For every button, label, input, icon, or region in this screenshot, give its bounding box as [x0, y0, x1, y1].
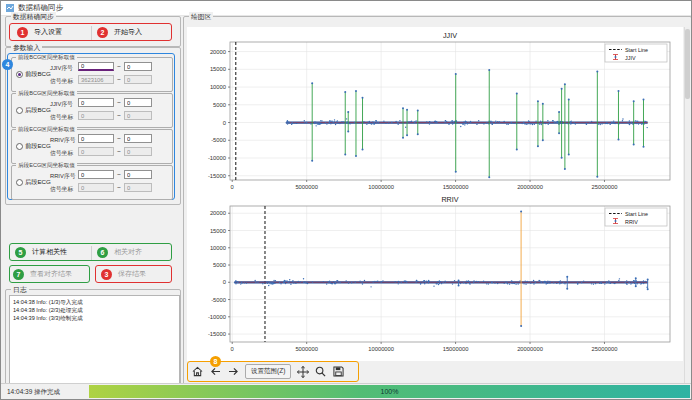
rriv-chart[interactable]: 0500000010000000150000002000000025000000…: [188, 193, 682, 359]
progress-bar: 100%: [89, 385, 690, 398]
save-icon[interactable]: [332, 365, 345, 379]
section-rear-ecg: 后段ECG区间坐标取值 后段ECG RRIV序号 ~ 信号坐标 ~: [11, 165, 173, 200]
signal-coord-to-input: [124, 75, 152, 84]
step-badge-7: 7: [13, 269, 24, 280]
svg-text:15000: 15000: [210, 228, 226, 234]
svg-text:5000: 5000: [213, 102, 226, 108]
rriv-index-to-input[interactable]: [124, 170, 152, 179]
svg-text:0: 0: [231, 346, 234, 352]
svg-text:10000000: 10000000: [368, 184, 394, 190]
log-group-label: 日志: [11, 285, 29, 294]
jjiv-chart[interactable]: 0500000010000000150000002000000025000000…: [188, 28, 682, 194]
signal-coord-to-input: [124, 183, 152, 192]
divider: [91, 26, 92, 40]
jjiv-index-to-input[interactable]: [124, 98, 152, 107]
svg-text:RRIV: RRIV: [625, 219, 638, 225]
radio-dot: [16, 143, 23, 150]
progress-label: 100%: [381, 388, 399, 395]
svg-text:20000000: 20000000: [517, 346, 543, 352]
svg-text:-5000: -5000: [211, 297, 226, 303]
start-import-button[interactable]: 2 开始导入: [97, 26, 167, 38]
status-bar: 14:04:39 操作完成 100%: [1, 383, 691, 399]
log-line: 14:04:38 Info: (2/3)处理完成: [13, 306, 176, 314]
params-group-label: 参数输入: [11, 43, 42, 52]
svg-text:0: 0: [223, 120, 226, 126]
svg-text:25000000: 25000000: [592, 184, 618, 190]
app-window: 数据精确同步 数据精确同步 1 导入设置 2 开始导入 参数输入 4 前段BCG…: [0, 0, 692, 400]
radio-rear-ecg[interactable]: 后段ECG: [16, 178, 51, 187]
app-icon: [6, 4, 14, 12]
rriv-index-from-input[interactable]: [78, 170, 114, 179]
svg-text:10000: 10000: [210, 84, 226, 90]
correlation-align-button[interactable]: 6 相关对齐: [97, 246, 167, 258]
rriv-index-from-input[interactable]: [78, 134, 114, 143]
section-front-bcg: 前段BCG区间坐标取值 前段BCG JJIV序号 ~ 信号坐标 ~: [11, 57, 173, 92]
svg-text:Start Line: Start Line: [625, 47, 648, 53]
step-badge-1: 1: [17, 27, 28, 38]
step-badge-6: 6: [97, 247, 108, 258]
radio-dot: [16, 179, 23, 186]
svg-text:0: 0: [223, 279, 226, 285]
svg-text:JJIV: JJIV: [443, 31, 457, 40]
svg-text:5000000: 5000000: [295, 184, 318, 190]
svg-text:15000000: 15000000: [443, 346, 469, 352]
home-icon[interactable]: [191, 365, 204, 379]
view-align-result-button[interactable]: 7 查看对齐结果: [13, 268, 87, 280]
svg-text:-5000: -5000: [211, 137, 226, 143]
plot-group-label: 绘图区: [189, 12, 213, 21]
radio-front-bcg[interactable]: 前段BCG: [16, 70, 51, 79]
compute-correlation-button[interactable]: 5 计算相关性: [15, 246, 87, 258]
jjiv-index-from-input[interactable]: [78, 62, 114, 71]
svg-text:-10000: -10000: [208, 155, 226, 161]
import-settings-button[interactable]: 1 导入设置: [17, 26, 87, 38]
svg-text:JJIV: JJIV: [625, 55, 636, 61]
svg-text:15000000: 15000000: [443, 184, 469, 190]
forward-icon[interactable]: [227, 365, 240, 379]
sync-group-label: 数据精确同步: [11, 12, 56, 21]
svg-text:10000: 10000: [210, 245, 226, 251]
section-front-ecg: 前段ECG区间坐标取值 前段ECG RRIV序号 ~ 信号坐标 ~: [11, 129, 173, 164]
svg-text:10000000: 10000000: [368, 346, 394, 352]
rriv-index-to-input[interactable]: [124, 134, 152, 143]
svg-text:20000: 20000: [210, 210, 226, 216]
status-text: 14:04:39 操作完成: [7, 388, 60, 397]
svg-text:Start Line: Start Line: [625, 211, 648, 217]
title-bar: 数据精确同步: [1, 1, 691, 16]
signal-coord-to-input: [124, 111, 152, 120]
svg-text:0: 0: [231, 184, 234, 190]
signal-coord-to-input: [124, 147, 152, 156]
step-badge-3: 3: [101, 269, 112, 280]
figure-canvas: 0500000010000000150000002000000025000000…: [187, 27, 683, 361]
step-badge-4: 4: [2, 59, 13, 70]
radio-rear-bcg[interactable]: 后段BCG: [16, 106, 51, 115]
zoom-icon[interactable]: [314, 365, 327, 379]
svg-text:RRIV: RRIV: [441, 195, 458, 204]
step-badge-5: 5: [15, 247, 26, 258]
svg-text:20000: 20000: [210, 49, 226, 55]
log-line: 14:04:39 Info: (3/3)绘制完成: [13, 314, 176, 322]
log-textarea[interactable]: 14:04:38 Info: (1/3)导入完成 14:04:38 Info: …: [9, 295, 180, 385]
svg-text:-15000: -15000: [208, 331, 226, 337]
pan-icon[interactable]: [296, 365, 309, 379]
radio-front-ecg[interactable]: 前段ECG: [16, 142, 51, 151]
jjiv-index-from-input[interactable]: [78, 98, 114, 107]
svg-text:25000000: 25000000: [592, 346, 618, 352]
signal-coord-from-input: [78, 183, 114, 192]
plot-scrollbar[interactable]: [684, 27, 690, 383]
jjiv-index-to-input[interactable]: [124, 62, 152, 71]
scrollbar-thumb[interactable]: [685, 29, 690, 99]
signal-coord-from-input: [78, 147, 114, 156]
svg-text:5000000: 5000000: [295, 346, 318, 352]
divider: [91, 246, 92, 260]
set-range-button[interactable]: 设置范围(Z): [245, 364, 291, 379]
svg-text:20000000: 20000000: [517, 184, 543, 190]
svg-text:-15000: -15000: [208, 173, 226, 179]
save-result-button[interactable]: 3 保存结果: [101, 268, 169, 280]
radio-dot: [16, 71, 23, 78]
step-badge-8: 8: [210, 356, 221, 367]
svg-text:15000: 15000: [210, 66, 226, 72]
signal-coord-from-input: [78, 111, 114, 120]
radio-dot: [16, 107, 23, 114]
signal-coord-from-input: [78, 75, 114, 84]
section-rear-bcg: 后段BCG区间坐标取值 后段BCG JJIV序号 ~ 信号坐标 ~: [11, 93, 173, 128]
